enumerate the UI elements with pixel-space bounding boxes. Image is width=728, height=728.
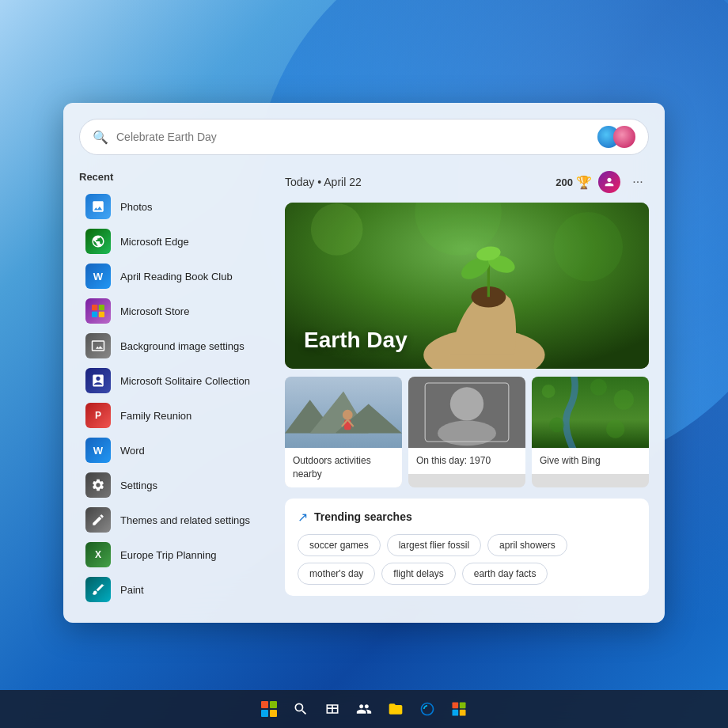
- word-icon: W: [85, 438, 111, 463]
- solitaire-label: Microsoft Solitaire Collection: [120, 375, 250, 387]
- family-label: Family Reunion: [120, 410, 191, 422]
- search-input[interactable]: Celebrate Earth Day: [116, 131, 597, 143]
- bg-label: Background image settings: [120, 340, 245, 352]
- svg-point-26: [614, 389, 634, 409]
- trending-title: Trending searches: [314, 510, 412, 523]
- themes-label: Themes and related settings: [120, 514, 250, 526]
- chip-april[interactable]: april showers: [487, 534, 567, 556]
- svg-point-14: [343, 410, 353, 420]
- sidebar-item-paint[interactable]: Paint: [79, 572, 269, 607]
- hero-label: Earth Day: [304, 328, 408, 353]
- card-outdoors[interactable]: Outdoors activities nearby: [285, 377, 402, 487]
- svg-point-27: [549, 417, 564, 432]
- sidebar-item-edge[interactable]: Microsoft Edge: [79, 224, 269, 259]
- photos-icon: [85, 194, 111, 219]
- taskbar: [0, 690, 728, 728]
- settings-label: Settings: [120, 480, 157, 491]
- start-menu: 🔍 Celebrate Earth Day Recent Photos Micr: [63, 103, 665, 623]
- solitaire-icon: [85, 368, 111, 393]
- sidebar-item-photos[interactable]: Photos: [79, 189, 269, 224]
- trending-chips: soccer games largest flier fossil april …: [298, 534, 636, 585]
- panel-actions: 200 🏆 ···: [555, 171, 649, 193]
- sidebar-item-book-club[interactable]: W April Reading Book Club: [79, 259, 269, 294]
- card-history[interactable]: On this day: 1970: [408, 377, 525, 487]
- settings-icon: [85, 472, 111, 498]
- sidebar-item-store[interactable]: Microsoft Store: [79, 294, 269, 328]
- content-area: Recent Photos Microsoft Edge W April Rea…: [79, 171, 649, 607]
- svg-point-1: [311, 203, 363, 256]
- more-button[interactable]: ···: [627, 171, 649, 193]
- word-label: Word: [120, 445, 145, 457]
- outdoors-caption: Outdoors activities nearby: [285, 448, 402, 487]
- taskbar-start-button[interactable]: [255, 695, 283, 723]
- history-caption: On this day: 1970: [408, 448, 525, 474]
- store-label: Microsoft Store: [120, 305, 189, 317]
- edge-icon: [85, 229, 111, 254]
- taskbar-teams[interactable]: [350, 695, 378, 723]
- sidebar-item-word[interactable]: W Word: [79, 433, 269, 468]
- sidebar-item-themes[interactable]: Themes and related settings: [79, 502, 269, 537]
- sidebar-item-europe[interactable]: X Europe Trip Planning: [79, 537, 269, 572]
- chip-earth[interactable]: earth day facts: [462, 563, 548, 585]
- book-club-label: April Reading Book Club: [120, 271, 233, 282]
- search-icon: 🔍: [93, 130, 108, 145]
- badge-pink: [613, 126, 635, 148]
- bg-icon: [85, 333, 111, 358]
- thumbnail-row: Outdoors activities nearby: [285, 377, 649, 487]
- chip-soccer[interactable]: soccer games: [298, 534, 381, 556]
- family-icon: P: [85, 403, 111, 428]
- points-value: 200: [555, 176, 573, 188]
- points-badge: 200 🏆: [555, 175, 592, 190]
- word-book-icon: W: [85, 264, 111, 289]
- excel-icon: X: [85, 542, 111, 567]
- taskbar-taskview[interactable]: [318, 695, 347, 723]
- trending-section: ↗ Trending searches soccer games largest…: [285, 499, 649, 596]
- trending-arrow-icon: ↗: [298, 510, 308, 525]
- svg-point-3: [554, 212, 624, 282]
- panel-date: Today • April 22: [285, 176, 362, 188]
- svg-point-24: [542, 385, 555, 398]
- svg-point-20: [450, 387, 483, 420]
- paint-icon: [85, 577, 111, 602]
- give-caption: Give with Bing: [532, 448, 649, 474]
- chip-fossil[interactable]: largest flier fossil: [387, 534, 481, 556]
- taskbar-edge[interactable]: [413, 695, 442, 723]
- sidebar-item-family[interactable]: P Family Reunion: [79, 398, 269, 433]
- svg-point-25: [590, 379, 607, 396]
- store-icon: [85, 298, 111, 324]
- sidebar-item-bg[interactable]: Background image settings: [79, 328, 269, 363]
- themes-icon: [85, 507, 111, 533]
- bing-badges: [597, 126, 635, 148]
- sidebar-item-settings[interactable]: Settings: [79, 468, 269, 502]
- sidebar-title: Recent: [79, 171, 269, 183]
- avatar[interactable]: [598, 171, 620, 193]
- chip-flight[interactable]: flight delays: [381, 563, 455, 585]
- sidebar-item-solitaire[interactable]: Microsoft Solitaire Collection: [79, 363, 269, 398]
- edge-label: Microsoft Edge: [120, 236, 189, 248]
- hero-image[interactable]: Earth Day: [285, 203, 649, 369]
- trending-header: ↗ Trending searches: [298, 510, 636, 525]
- panel-header: Today • April 22 200 🏆 ···: [285, 171, 649, 193]
- right-panel: Today • April 22 200 🏆 ···: [285, 171, 649, 607]
- paint-label: Paint: [120, 584, 144, 596]
- chip-mothers[interactable]: mother's day: [298, 563, 375, 585]
- search-bar: 🔍 Celebrate Earth Day: [79, 119, 649, 155]
- taskbar-search[interactable]: [286, 695, 315, 723]
- photos-label: Photos: [120, 201, 152, 213]
- svg-point-28: [606, 420, 624, 438]
- trophy-icon: 🏆: [576, 175, 592, 190]
- taskbar-store[interactable]: [445, 695, 473, 723]
- sidebar: Recent Photos Microsoft Edge W April Rea…: [79, 171, 269, 607]
- taskbar-files[interactable]: [381, 695, 410, 723]
- europe-label: Europe Trip Planning: [120, 549, 216, 561]
- card-give[interactable]: Give with Bing: [532, 377, 649, 487]
